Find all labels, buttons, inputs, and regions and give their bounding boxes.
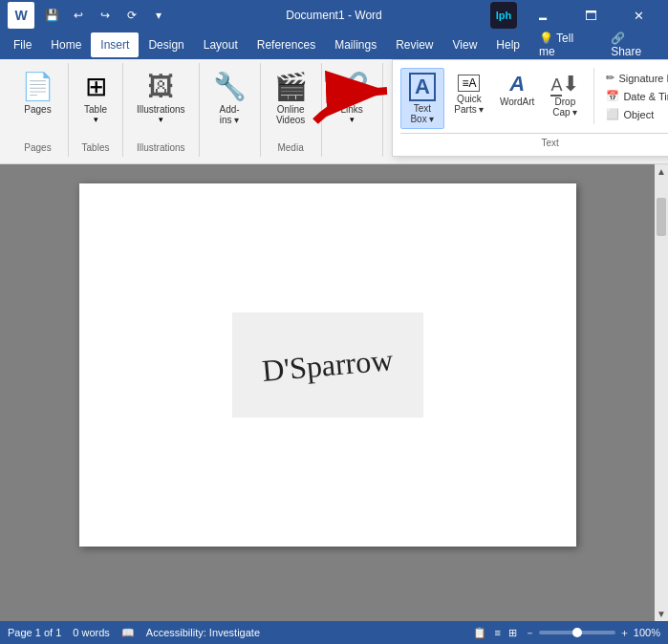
- wordart-button[interactable]: A WordArt: [494, 68, 541, 129]
- menu-home[interactable]: Home: [41, 32, 91, 57]
- date-time-button[interactable]: 📅 Date & Time: [602, 88, 668, 104]
- menu-file[interactable]: File: [4, 32, 41, 57]
- zoom-control[interactable]: － ＋ 100%: [525, 626, 660, 640]
- table-label: Table: [84, 104, 107, 115]
- redo-qa-button[interactable]: ↪: [94, 4, 117, 27]
- textbox-label: Text: [414, 103, 431, 114]
- ribbon-group-tables: ⊞ Table ▾ Tables: [69, 63, 123, 157]
- menu-mailings[interactable]: Mailings: [325, 32, 386, 57]
- title-bar: W 💾 ↩ ↪ ⟳ ▾ Document1 - Word lph 🗕 🗖 ✕: [0, 0, 668, 31]
- word-logo: W: [8, 2, 34, 29]
- pages-group-label: Pages: [24, 139, 51, 153]
- quickparts-label: Quick: [457, 94, 482, 104]
- quickparts-button[interactable]: ≡A Quick Parts ▾: [448, 68, 490, 129]
- maximize-button[interactable]: 🗖: [569, 0, 613, 31]
- minimize-button[interactable]: 🗕: [521, 0, 565, 31]
- repeat-qa-button[interactable]: ⟳: [120, 4, 143, 27]
- object-icon: ⬜: [606, 108, 619, 120]
- tell-me-button[interactable]: 💡 Tell me: [529, 32, 597, 57]
- status-bar: Page 1 of 1 0 words 📖 Accessibility: Inv…: [0, 621, 668, 644]
- menu-references[interactable]: References: [248, 32, 325, 57]
- undo-qa-button[interactable]: ↩: [67, 4, 90, 27]
- date-time-label: Date & Time: [623, 91, 668, 102]
- ipv-logo: lph: [490, 2, 517, 29]
- accessibility-status[interactable]: Accessibility: Investigate: [146, 627, 260, 638]
- menu-help[interactable]: Help: [486, 32, 529, 57]
- scrollbar-thumb[interactable]: [657, 198, 666, 236]
- ribbon-group-media: 🎬 Online Videos Media: [261, 63, 322, 157]
- dropdown-group-label: Text: [400, 133, 668, 148]
- illustrations-label: Illustrations: [137, 104, 185, 115]
- focus-icon: ⊞: [508, 627, 517, 639]
- menu-design[interactable]: Design: [139, 32, 193, 57]
- links-icon: 🔗: [335, 71, 369, 102]
- text-dropdown-panel: A Text Box ▾ ≡A Quick Parts ▾ A WordArt: [392, 59, 668, 157]
- ribbon-group-links: 🔗 Links ▾: [322, 63, 383, 157]
- dropdown-row: A Text Box ▾ ≡A Quick Parts ▾ A WordArt: [400, 68, 668, 129]
- illustrations-chevron: ▾: [159, 115, 163, 124]
- tables-items: ⊞ Table ▾: [76, 67, 115, 139]
- menu-review[interactable]: Review: [386, 32, 442, 57]
- dropcap-label: Drop: [555, 97, 576, 107]
- quick-access-toolbar: 💾 ↩ ↪ ⟳ ▾: [40, 4, 170, 27]
- addins-icon: 🔧: [213, 71, 247, 102]
- pages-label: Pages: [24, 104, 51, 115]
- dropcap-button[interactable]: A⬇ Drop Cap ▾: [544, 68, 586, 129]
- zoom-slider-track[interactable]: [539, 631, 615, 634]
- view-mode-icon: 📋: [473, 627, 486, 639]
- ribbon-group-addins: 🔧 Add- ins ▾: [200, 63, 261, 157]
- reading-mode-icon: 📖: [121, 627, 135, 639]
- textbox-button[interactable]: A Text Box ▾: [400, 68, 444, 129]
- dropdown-left: A Text Box ▾ ≡A Quick Parts ▾ A WordArt: [400, 68, 586, 129]
- signature-line-label: Signature Line: [618, 73, 668, 84]
- menu-insert[interactable]: Insert: [91, 32, 139, 57]
- share-button[interactable]: 🔗 Share: [601, 32, 664, 57]
- addins-label: Add-: [220, 104, 240, 115]
- customize-qa-button[interactable]: ▾: [147, 4, 170, 27]
- object-button[interactable]: ⬜ Object ▾: [602, 106, 668, 122]
- ribbon-group-pages: 📄 Pages Pages: [8, 63, 69, 157]
- layout-icon: ≡: [494, 627, 500, 638]
- pages-items: 📄 Pages: [15, 67, 60, 139]
- illustrations-icon: 🖼: [147, 71, 174, 102]
- zoom-slider-thumb[interactable]: [572, 628, 582, 637]
- pages-button[interactable]: 📄 Pages: [15, 67, 60, 118]
- close-button[interactable]: ✕: [616, 0, 660, 31]
- zoom-in-button[interactable]: ＋: [619, 626, 630, 640]
- addins-button[interactable]: 🔧 Add- ins ▾: [207, 67, 252, 129]
- online-videos-label: Online: [277, 104, 305, 115]
- quickparts-label2: Parts ▾: [454, 104, 484, 115]
- online-videos-icon: 🎬: [274, 71, 308, 102]
- menu-bar: File Home Insert Design Layout Reference…: [0, 31, 668, 59]
- signature-line-button[interactable]: ✏ Signature Line ▾: [602, 70, 668, 86]
- menu-view[interactable]: View: [443, 32, 487, 57]
- wordart-icon: A: [509, 72, 525, 97]
- word-count: 0 words: [73, 627, 110, 638]
- window-title: Document1 - Word: [286, 9, 381, 22]
- links-items: 🔗 Links ▾: [330, 67, 375, 149]
- signature-box: D'Sparrow: [232, 312, 423, 418]
- online-videos-button[interactable]: 🎬 Online Videos: [269, 67, 313, 129]
- illustrations-items: 🖼 Illustrations ▾: [131, 67, 191, 139]
- quickparts-icon: ≡A: [458, 72, 480, 92]
- signature-image: D'Sparrow: [260, 342, 394, 389]
- vertical-scrollbar[interactable]: ▲ ▼: [655, 164, 668, 621]
- table-button[interactable]: ⊞ Table ▾: [76, 67, 115, 128]
- scroll-down-button[interactable]: ▼: [655, 607, 668, 621]
- pages-icon: 📄: [21, 71, 54, 102]
- media-items: 🎬 Online Videos: [269, 67, 313, 139]
- textbox-label2: Box ▾: [410, 114, 434, 124]
- document-area[interactable]: D'Sparrow: [0, 164, 655, 621]
- zoom-out-button[interactable]: －: [525, 626, 535, 640]
- title-bar-right: lph 🗕 🗖 ✕: [490, 0, 660, 31]
- document-page: D'Sparrow: [79, 183, 576, 547]
- menu-layout[interactable]: Layout: [194, 32, 248, 57]
- table-chevron: ▾: [94, 115, 98, 124]
- links-button[interactable]: 🔗 Links ▾: [330, 67, 375, 128]
- save-qa-button[interactable]: 💾: [40, 4, 63, 27]
- scroll-up-button[interactable]: ▲: [655, 164, 668, 179]
- addins-items: 🔧 Add- ins ▾: [207, 67, 252, 149]
- wordart-label: WordArt: [500, 97, 535, 107]
- illustrations-button[interactable]: 🖼 Illustrations ▾: [131, 67, 191, 128]
- menu-bar-right: 💡 Tell me 🔗 Share: [529, 32, 664, 57]
